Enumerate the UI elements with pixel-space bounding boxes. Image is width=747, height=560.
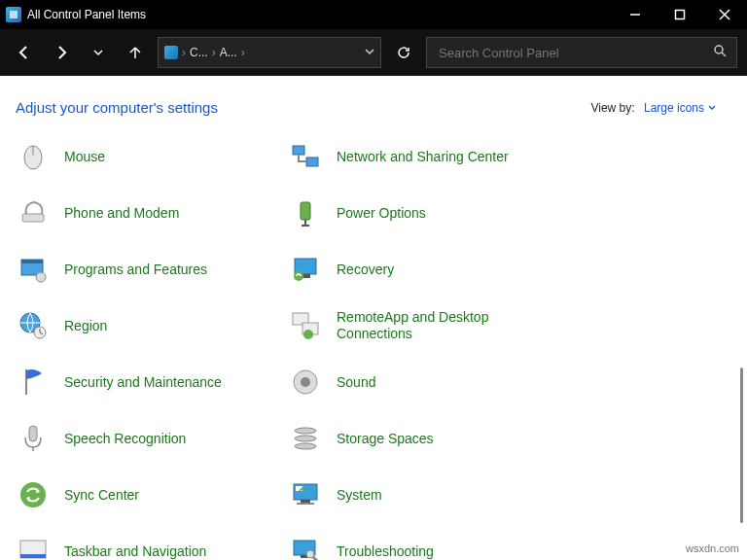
forward-button[interactable]: [47, 38, 76, 67]
search-input[interactable]: [437, 45, 713, 61]
svg-point-27: [303, 330, 313, 339]
svg-point-17: [36, 272, 46, 282]
watermark: wsxdn.com: [686, 542, 739, 554]
item-taskbar-navigation[interactable]: Taskbar and Navigation: [16, 532, 278, 560]
svg-rect-39: [301, 500, 310, 503]
svg-rect-12: [301, 202, 310, 220]
taskbar-icon: [16, 534, 51, 560]
maximize-button[interactable]: [658, 0, 702, 29]
remoteapp-icon: [288, 308, 323, 343]
item-label: Sync Center: [64, 487, 139, 504]
control-panel-icon: [164, 46, 178, 59]
item-storage-spaces[interactable]: Storage Spaces: [288, 419, 551, 458]
item-programs-features[interactable]: Programs and Features: [16, 250, 278, 289]
item-phone-modem[interactable]: Phone and Modem: [16, 193, 278, 232]
address-bar[interactable]: › C... › A... ›: [158, 37, 381, 68]
item-label: Storage Spaces: [337, 431, 434, 447]
chevron-right-icon: ›: [241, 46, 245, 59]
item-region[interactable]: Region: [16, 306, 278, 345]
item-label: Speech Recognition: [64, 431, 186, 447]
chevron-right-icon: ›: [182, 46, 186, 59]
item-security-maintenance[interactable]: Security and Maintenance: [16, 363, 278, 402]
svg-rect-16: [21, 260, 43, 263]
chevron-right-icon: ›: [212, 46, 216, 59]
network-icon: [288, 139, 323, 174]
history-dropdown[interactable]: [84, 38, 113, 67]
svg-rect-10: [306, 158, 318, 166]
item-power-options[interactable]: Power Options: [288, 193, 551, 232]
content-header: Adjust your computer's settings View by:…: [0, 76, 747, 125]
svg-rect-31: [29, 426, 37, 441]
svg-line-6: [722, 52, 726, 56]
breadcrumb-seg[interactable]: A...: [220, 46, 237, 59]
breadcrumb-seg[interactable]: C...: [190, 46, 208, 59]
svg-rect-40: [297, 503, 314, 505]
item-label: Security and Maintenance: [64, 374, 222, 391]
svg-rect-11: [22, 214, 44, 222]
item-label: Power Options: [337, 205, 426, 222]
item-label: Taskbar and Navigation: [64, 543, 206, 560]
chevron-down-icon[interactable]: [365, 46, 374, 59]
back-button[interactable]: [10, 38, 39, 67]
item-system[interactable]: System: [288, 475, 551, 514]
item-label: Sound: [337, 374, 375, 391]
item-remoteapp[interactable]: RemoteApp and Desktop Connections: [288, 306, 551, 345]
svg-point-20: [294, 271, 303, 281]
search-icon[interactable]: [713, 44, 727, 61]
titlebar: All Control Panel Items: [0, 0, 747, 29]
item-label: Programs and Features: [64, 262, 207, 278]
item-label: RemoteApp and Desktop Connections: [337, 309, 551, 342]
view-by-dropdown[interactable]: Large icons: [644, 101, 716, 115]
item-label: Region: [64, 318, 107, 334]
svg-point-35: [295, 443, 316, 449]
refresh-button[interactable]: [389, 38, 418, 67]
microphone-icon: [16, 421, 51, 456]
close-button[interactable]: [702, 0, 747, 29]
svg-point-5: [715, 46, 723, 53]
svg-rect-42: [20, 554, 46, 558]
item-label: System: [337, 487, 382, 504]
chevron-down-icon: [708, 104, 716, 112]
sound-icon: [288, 365, 323, 400]
item-network-sharing[interactable]: Network and Sharing Center: [288, 137, 551, 176]
content-area: Adjust your computer's settings View by:…: [0, 76, 747, 560]
minimize-button[interactable]: [613, 0, 658, 29]
view-by-label: View by:: [590, 101, 634, 115]
phone-icon: [16, 195, 51, 230]
svg-point-34: [295, 436, 316, 441]
recovery-icon: [288, 252, 323, 287]
item-sound[interactable]: Sound: [288, 363, 551, 402]
search-field[interactable]: [426, 37, 737, 68]
power-icon: [288, 195, 323, 230]
item-label: Troubleshooting: [337, 543, 434, 560]
item-troubleshooting[interactable]: Troubleshooting: [288, 532, 551, 560]
svg-point-30: [301, 377, 310, 387]
item-label: Recovery: [337, 262, 394, 278]
flag-icon: [16, 365, 51, 400]
item-label: Phone and Modem: [64, 205, 179, 222]
item-speech-recognition[interactable]: Speech Recognition: [16, 419, 278, 458]
troubleshooting-icon: [288, 534, 323, 560]
item-sync-center[interactable]: Sync Center: [16, 475, 278, 514]
item-recovery[interactable]: Recovery: [288, 250, 551, 289]
view-by: View by: Large icons: [590, 101, 716, 115]
control-panel-icon: [6, 7, 21, 22]
view-by-value: Large icons: [644, 101, 704, 115]
scrollbar-thumb[interactable]: [740, 368, 743, 523]
system-icon: [288, 477, 323, 512]
up-button[interactable]: [121, 38, 150, 67]
programs-icon: [16, 252, 51, 287]
svg-rect-2: [676, 11, 685, 19]
storage-icon: [288, 421, 323, 456]
item-label: Mouse: [64, 149, 105, 165]
nav-toolbar: › C... › A... ›: [0, 29, 747, 76]
mouse-icon: [16, 139, 51, 174]
window-title: All Control Panel Items: [27, 8, 613, 21]
svg-point-33: [295, 428, 316, 434]
svg-rect-0: [10, 11, 18, 18]
svg-rect-9: [293, 146, 304, 155]
item-mouse[interactable]: Mouse: [16, 137, 278, 176]
region-icon: [16, 308, 51, 343]
svg-point-36: [20, 482, 46, 508]
item-label: Network and Sharing Center: [337, 149, 509, 165]
